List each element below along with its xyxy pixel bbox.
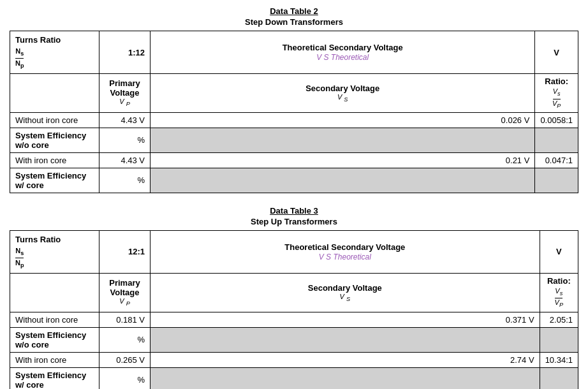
table-row: Without iron core 0.181 V 0.371 V 2.05:1: [10, 312, 578, 327]
table-row: System Efficiency w/o core %: [10, 327, 578, 352]
primary-voltage-header-t2: Primary Voltage V P: [99, 74, 151, 112]
empty-header-t3: [10, 274, 99, 312]
table-row: Without iron core 4.43 V 0.026 V 0.0058:…: [10, 112, 578, 128]
table-row: With iron core 0.265 V 2.74 V 10.34:1: [10, 352, 578, 367]
ratio-header-t3: Ratio: Vs VP: [540, 274, 578, 312]
empty-header-t2: [10, 74, 99, 112]
table3: Turns Ratio Ns Np 12:1 Theoretical Secon…: [10, 230, 578, 389]
turns-ratio-cell-t2: Turns Ratio Ns Np: [10, 31, 99, 74]
table2: Turns Ratio Ns Np 1:12 Theoretical Secon…: [10, 31, 578, 193]
unit-cell-t3: V: [540, 230, 578, 273]
table-row: System Efficiency w/ core %: [10, 168, 578, 193]
unit-cell-t2: V: [535, 31, 578, 74]
table3-title: Data Table 3: [10, 206, 578, 216]
ratio-value-t2: 1:12: [99, 31, 151, 74]
turns-ratio-fraction-t2: Ns Np: [15, 47, 24, 70]
table2-subtitle: Step Down Transformers: [10, 17, 578, 27]
table2-title: Data Table 2: [10, 6, 578, 16]
table-row: With iron core 4.43 V 0.21 V 0.047:1: [10, 152, 578, 168]
theoretical-cell-t3: Theoretical Secondary Voltage V S Theore…: [151, 230, 540, 273]
ratio-header-t2: Ratio: Vs VP: [535, 74, 578, 112]
turns-ratio-label-t3: Turns Ratio: [15, 235, 94, 244]
secondary-voltage-header-t3: Secondary Voltage V S: [151, 274, 540, 312]
turns-ratio-fraction-t3: Ns Np: [15, 247, 24, 269]
table3-subtitle: Step Up Transformers: [10, 217, 578, 226]
table-row: System Efficiency w/ core %: [10, 367, 578, 389]
primary-voltage-header-t3: Primary Voltage V P: [99, 274, 151, 312]
turns-ratio-label-t2: Turns Ratio: [15, 35, 94, 45]
table-row: System Efficiency w/o core %: [10, 128, 578, 152]
turns-ratio-cell-t3: Turns Ratio Ns Np: [10, 230, 99, 273]
ratio-value-t3: 12:1: [99, 230, 151, 273]
secondary-voltage-header-t2: Secondary Voltage V S: [151, 74, 535, 112]
theoretical-cell-t2: Theoretical Secondary Voltage V S Theore…: [151, 31, 535, 74]
